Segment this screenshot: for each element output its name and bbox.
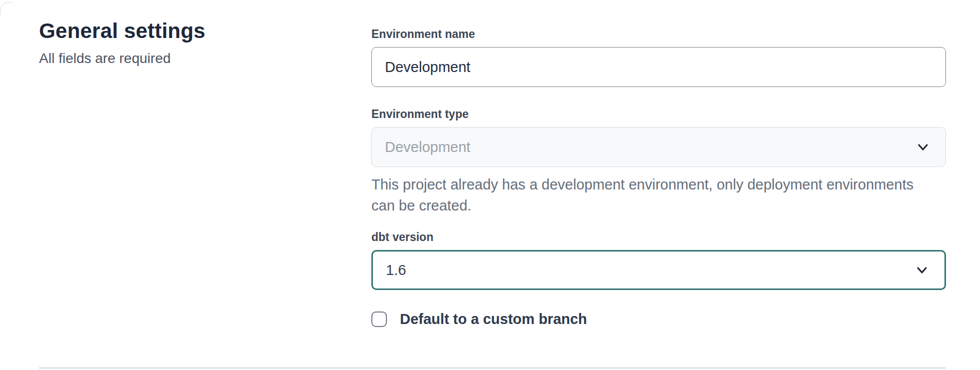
dbt-version-selected-value: 1.6	[386, 262, 406, 278]
chevron-down-icon	[915, 140, 930, 154]
dbt-version-label: dbt version	[371, 230, 946, 244]
page-subtitle: All fields are required	[39, 50, 339, 67]
environment-type-label: Environment type	[371, 107, 946, 121]
dbt-version-select[interactable]: 1.6	[371, 250, 946, 290]
environment-settings-page: General settings All fields are required…	[0, 0, 980, 370]
settings-form: Environment name Environment type Develo…	[371, 0, 946, 328]
environment-type-help-text: This project already has a development e…	[371, 174, 922, 216]
custom-branch-checkbox[interactable]	[371, 312, 387, 327]
settings-header: General settings All fields are required	[39, 18, 339, 67]
section-divider	[39, 367, 945, 369]
card-corner-decoration	[0, 2, 13, 15]
environment-name-input[interactable]	[371, 47, 946, 87]
custom-branch-label[interactable]: Default to a custom branch	[400, 310, 587, 328]
environment-type-select: Development	[371, 127, 946, 167]
environment-name-label: Environment name	[371, 27, 946, 41]
environment-type-selected-value: Development	[385, 139, 470, 156]
custom-branch-row: Default to a custom branch	[371, 310, 946, 328]
chevron-down-icon	[914, 262, 929, 278]
page-title: General settings	[39, 18, 339, 44]
